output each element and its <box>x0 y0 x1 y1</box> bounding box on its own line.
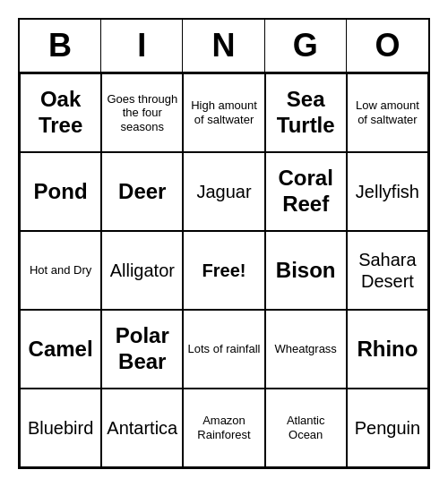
header-letter-i: I <box>101 20 183 72</box>
bingo-grid: Oak TreeGoes through the four seasonsHig… <box>20 73 428 467</box>
cell-r2-c3: Bison <box>265 231 347 310</box>
bingo-header: BINGO <box>20 20 428 73</box>
cell-r4-c3: Atlantic Ocean <box>265 389 347 467</box>
header-letter-o: O <box>347 20 428 72</box>
cell-r1-c0: Pond <box>20 152 101 231</box>
cell-r4-c0: Bluebird <box>20 389 101 467</box>
cell-r2-c0: Hot and Dry <box>20 231 101 310</box>
cell-r0-c2: High amount of saltwater <box>183 73 264 152</box>
cell-r0-c3: Sea Turtle <box>265 73 347 152</box>
header-letter-b: B <box>20 20 101 72</box>
cell-r2-c4: Sahara Desert <box>347 231 428 310</box>
cell-r3-c0: Camel <box>20 310 101 389</box>
cell-r1-c3: Coral Reef <box>265 152 347 231</box>
cell-r1-c1: Deer <box>101 152 183 231</box>
bingo-card: BINGO Oak TreeGoes through the four seas… <box>18 18 430 469</box>
cell-r4-c2: Amazon Rainforest <box>183 389 264 467</box>
cell-r2-c2: Free! <box>183 231 264 310</box>
cell-r0-c4: Low amount of saltwater <box>347 73 428 152</box>
cell-r1-c4: Jellyfish <box>347 152 428 231</box>
cell-r0-c1: Goes through the four seasons <box>101 73 183 152</box>
cell-r3-c4: Rhino <box>347 310 428 389</box>
cell-r2-c1: Alligator <box>101 231 183 310</box>
cell-r3-c1: Polar Bear <box>101 310 183 389</box>
header-letter-n: N <box>183 20 264 72</box>
cell-r3-c2: Lots of rainfall <box>183 310 264 389</box>
cell-r4-c4: Penguin <box>347 389 428 467</box>
cell-r0-c0: Oak Tree <box>20 73 101 152</box>
header-letter-g: G <box>265 20 347 72</box>
cell-r3-c3: Wheatgrass <box>265 310 347 389</box>
cell-r4-c1: Antartica <box>101 389 183 467</box>
cell-r1-c2: Jaguar <box>183 152 264 231</box>
